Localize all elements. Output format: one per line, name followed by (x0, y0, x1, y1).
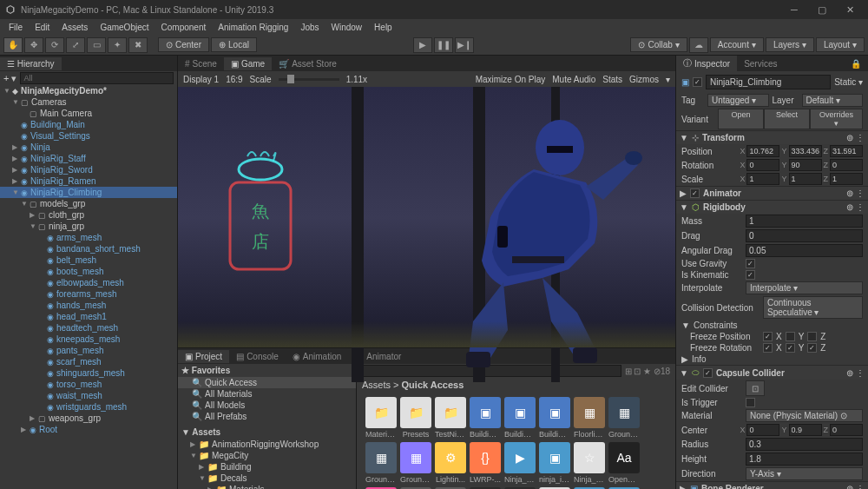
custom-tool[interactable]: ✖ (128, 37, 148, 53)
minimize-button[interactable]: ─ (781, 2, 807, 17)
animator-enabled[interactable] (690, 188, 700, 198)
center-x[interactable] (746, 424, 779, 436)
hierarchy-item[interactable]: ▼▢ninja_grp (0, 221, 177, 232)
hierarchy-item[interactable]: ◉scarf_mesh (0, 356, 177, 367)
tab-scene[interactable]: # Scene (178, 57, 224, 70)
tab-inspector[interactable]: ⓘ Inspector (676, 56, 737, 71)
asset-item[interactable]: 📁TestNinj... (435, 397, 466, 439)
asset-item[interactable]: ▦Ground... (365, 442, 397, 484)
rotate-tool[interactable]: ⟳ (45, 37, 64, 53)
rotation-y[interactable] (789, 159, 822, 171)
menu-component[interactable]: Component (156, 21, 212, 34)
freeze-rot-x[interactable] (763, 343, 773, 353)
asset-item[interactable]: ▶Ninja_Di... (504, 442, 536, 484)
radius-field[interactable] (746, 438, 863, 451)
asset-item[interactable]: ▣Building... (539, 397, 570, 439)
menu-animation-rigging[interactable]: Animation Rigging (213, 21, 293, 34)
capsule-collider-header[interactable]: ▼⬭ Capsule Collider ⊚ ⋮ (676, 365, 868, 380)
center-y[interactable] (789, 424, 822, 436)
menu-assets[interactable]: Assets (56, 21, 93, 34)
prefab-overrides-button[interactable]: Overrides ▾ (810, 109, 863, 129)
stats-toggle[interactable]: Stats (602, 75, 622, 84)
prefab-open-button[interactable]: Open (718, 109, 764, 129)
aspect-dropdown[interactable]: 16:9 (226, 75, 242, 84)
hierarchy-item[interactable]: ▼▢Cameras (0, 96, 177, 108)
use-gravity-toggle[interactable] (746, 259, 755, 268)
mute-audio[interactable]: Mute Audio (552, 75, 595, 84)
freeze-pos-x[interactable] (763, 332, 773, 341)
tab-game[interactable]: ▣ Game (224, 57, 272, 70)
hand-tool[interactable]: ✋ (3, 37, 23, 53)
tag-dropdown[interactable]: Untagged ▾ (707, 94, 769, 107)
gameobject-name-field[interactable] (706, 75, 831, 89)
hierarchy-item[interactable]: ▶◉Root (0, 424, 177, 435)
hierarchy-item[interactable]: ◉waist_mesh (0, 390, 177, 401)
interpolate-dropdown[interactable]: Interpolate ▾ (746, 281, 863, 294)
gameobject-active-toggle[interactable] (693, 77, 702, 87)
static-dropdown[interactable]: Static ▾ (834, 77, 863, 87)
maximize-on-play[interactable]: Maximize On Play (476, 75, 546, 84)
hierarchy-item[interactable]: ▶◉Ninja (0, 142, 177, 153)
rigidbody-component-header[interactable]: ▼⬡ Rigidbody ⊚ ⋮ (676, 200, 868, 214)
asset-item[interactable]: AaOpen_G... (608, 442, 640, 484)
project-tree-item[interactable]: ▶📁AnimationRiggingWorkshop (178, 439, 356, 450)
menu-edit[interactable]: Edit (30, 21, 55, 34)
hierarchy-item[interactable]: ◉Building_Main (0, 119, 177, 130)
mass-field[interactable] (746, 215, 863, 228)
pause-button[interactable]: ❚❚ (434, 37, 453, 53)
hierarchy-item[interactable]: ▶▢weapons_grp (0, 413, 177, 424)
angular-drag-field[interactable] (746, 244, 863, 257)
position-x[interactable] (746, 145, 779, 157)
hierarchy-search[interactable] (20, 72, 174, 84)
close-button[interactable]: ✕ (837, 2, 863, 17)
hierarchy-item[interactable]: ◉Visual_Settings (0, 130, 177, 142)
hierarchy-item[interactable]: ◉head_mesh1 (0, 311, 177, 322)
hierarchy-item[interactable]: ◉torso_mesh (0, 379, 177, 390)
asset-item[interactable]: ▣Building... (504, 397, 536, 439)
edit-collider-button[interactable]: ⊡ (746, 380, 765, 396)
hierarchy-item[interactable]: ◉headtech_mesh (0, 322, 177, 334)
rotation-x[interactable] (746, 159, 779, 171)
freeze-pos-z[interactable] (807, 332, 817, 341)
maximize-button[interactable]: ▢ (809, 2, 835, 17)
favorite-item[interactable]: 🔍Quick Access (178, 377, 356, 388)
hierarchy-item[interactable]: ◉hands_mesh (0, 300, 177, 311)
center-z[interactable] (830, 424, 863, 436)
inspector-lock[interactable]: 🔒 (844, 57, 868, 70)
menu-gameobject[interactable]: GameObject (95, 21, 154, 34)
menu-file[interactable]: File (3, 21, 28, 34)
animator-component-header[interactable]: ▶ Animator ⊚ ⋮ (676, 186, 868, 200)
favorite-item[interactable]: 🔍All Prefabs (178, 411, 356, 422)
project-tree-item[interactable]: ▼📁Decals (178, 472, 356, 484)
hierarchy-item[interactable]: ◉pants_mesh (0, 345, 177, 356)
layout-dropdown[interactable]: Layout ▾ (816, 37, 865, 52)
hierarchy-item[interactable]: ◉belt_mesh (0, 254, 177, 266)
move-tool[interactable]: ✥ (24, 37, 43, 53)
pivot-mode[interactable]: ⊙ Center (158, 37, 209, 52)
collab-dropdown[interactable]: ⊙ Collab ▾ (630, 37, 687, 52)
transform-component-header[interactable]: ▼⊹ Transform ⊚ ⋮ (676, 130, 868, 144)
tab-animation[interactable]: ◉ Animation (286, 350, 348, 363)
physic-material-field[interactable]: None (Physic Material) ⊙ (746, 409, 863, 422)
gizmos-dropdown[interactable]: Gizmos (629, 75, 659, 84)
account-dropdown[interactable]: Account ▾ (710, 37, 764, 52)
collision-dropdown[interactable]: Continuous Speculative ▾ (763, 296, 863, 319)
project-tree-item[interactable]: ▶📁Building (178, 461, 356, 472)
favorite-item[interactable]: 🔍All Models (178, 400, 356, 411)
hierarchy-item[interactable]: ▶◉NinjaRig_Ramen (0, 175, 177, 187)
component-settings-icon[interactable]: ⊚ ⋮ (846, 133, 865, 142)
hierarchy-item[interactable]: ▼◉NinjaRig_Climbing (0, 187, 177, 198)
project-tree-item[interactable]: ▼📁MegaCity (178, 450, 356, 461)
rotation-z[interactable] (830, 159, 863, 171)
rect-tool[interactable]: ▭ (87, 37, 106, 53)
hierarchy-scene[interactable]: ▼◆NinjaMegacityDemo* (0, 85, 177, 96)
tab-asset-store[interactable]: 🛒 Asset Store (272, 57, 344, 70)
tab-project[interactable]: ▣ Project (178, 350, 229, 363)
tab-services[interactable]: Services (737, 57, 784, 70)
hierarchy-item[interactable]: ▶▢cloth_grp (0, 209, 177, 221)
is-kinematic-toggle[interactable] (746, 270, 755, 280)
project-tree-item[interactable]: ▶📁Materials (178, 484, 356, 489)
hierarchy-create-dropdown[interactable]: + ▾ (3, 73, 16, 84)
cloud-button[interactable]: ☁ (689, 37, 708, 53)
asset-item[interactable]: 📁Materials (365, 397, 397, 439)
